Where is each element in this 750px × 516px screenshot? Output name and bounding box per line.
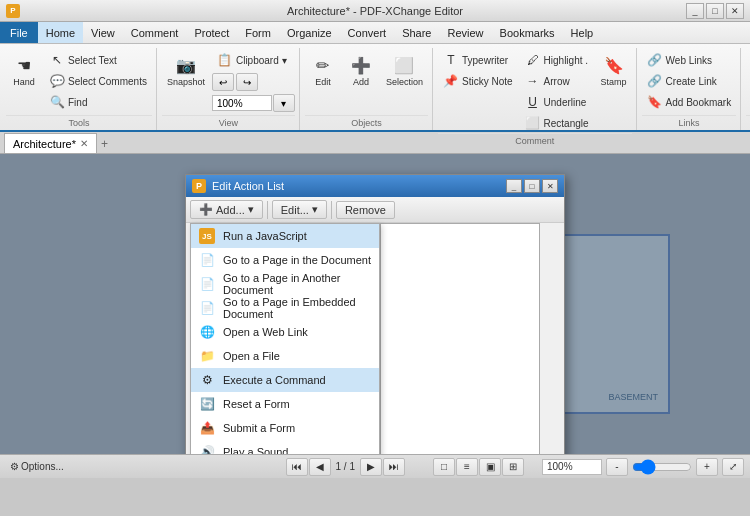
menu-organize[interactable]: Organize [279, 22, 340, 43]
action-execute-command[interactable]: ⚙ Execute a Command [191, 368, 379, 392]
zoom-slider[interactable] [632, 460, 692, 474]
comment-buttons: T Typewriter 📌 Sticky Note 🖊 Highlight .… [438, 48, 632, 133]
zoom-dropdown[interactable]: ▾ [273, 94, 295, 112]
undo-button[interactable]: ↩ [212, 73, 234, 91]
underline-button[interactable]: U Underline [520, 92, 594, 112]
comment-group-label: Comment [438, 133, 632, 148]
two-page-view-button[interactable]: ▣ [479, 458, 501, 476]
rectangle-button[interactable]: ⬜ Rectangle [520, 113, 594, 133]
create-link-button[interactable]: 🔗 Create Link [642, 71, 737, 91]
zoom-out-button[interactable]: - [606, 458, 628, 476]
zoom-input[interactable]: 100% [212, 95, 272, 111]
action-open-web-link-label: Open a Web Link [223, 326, 308, 338]
add-button[interactable]: ➕ Add [343, 50, 379, 90]
last-page-button[interactable]: ⏭ [383, 458, 405, 476]
tab-close-button[interactable]: ✕ [80, 138, 88, 149]
new-tab-button[interactable]: + [97, 135, 112, 153]
menu-form[interactable]: Form [237, 22, 279, 43]
menu-view[interactable]: View [83, 22, 123, 43]
dialog-minimize-button[interactable]: _ [506, 179, 522, 193]
edit-action-button[interactable]: Edit... ▾ [272, 200, 327, 219]
web-links-icon: 🔗 [647, 52, 663, 68]
arrow-button[interactable]: → Arrow [520, 71, 594, 91]
view-group-label: View [162, 115, 295, 130]
zoom-level[interactable]: 100% [542, 459, 602, 475]
snapshot-button[interactable]: 📷 Snapshot [162, 50, 210, 90]
dialog-close-button[interactable]: ✕ [542, 179, 558, 193]
title-bar-controls: _ □ ✕ [686, 3, 744, 19]
action-open-file[interactable]: 📁 Open a File [191, 344, 379, 368]
status-bar: ⚙ Options... ⏮ ◀ 1 / 1 ▶ ⏭ □ ≡ ▣ ⊞ 100% … [0, 454, 750, 478]
two-page-continuous-button[interactable]: ⊞ [502, 458, 524, 476]
action-goto-another-doc[interactable]: 📄 Go to a Page in Another Document [191, 272, 379, 296]
add-action-button[interactable]: ➕ Add... ▾ [190, 200, 263, 219]
select-text-label: Select Text [68, 55, 117, 66]
menu-bookmarks[interactable]: Bookmarks [492, 22, 563, 43]
action-goto-page[interactable]: 📄 Go to a Page in the Document [191, 248, 379, 272]
action-goto-embedded[interactable]: 📄 Go to a Page in Embedded Document [191, 296, 379, 320]
clipboard-icon: 📋 [217, 52, 233, 68]
edit-icon: ✏ [311, 53, 335, 77]
menu-review[interactable]: Review [439, 22, 491, 43]
remove-action-button[interactable]: Remove [336, 201, 395, 219]
options-button[interactable]: ⚙ Options... [6, 461, 68, 472]
select-text-button[interactable]: ↖ Select Text [44, 50, 152, 70]
options-label: Options... [21, 461, 64, 472]
javascript-icon: JS [199, 228, 215, 244]
typewriter-button[interactable]: T Typewriter [438, 50, 518, 70]
close-button[interactable]: ✕ [726, 3, 744, 19]
single-page-view-button[interactable]: □ [433, 458, 455, 476]
stamp-label: Stamp [601, 77, 627, 87]
sticky-note-icon: 📌 [443, 73, 459, 89]
find-icon: 🔍 [49, 94, 65, 110]
action-reset-form[interactable]: 🔄 Reset a Form [191, 392, 379, 416]
find-button[interactable]: 🔍 Find [44, 92, 152, 112]
select-comments-button[interactable]: 💬 Select Comments [44, 71, 152, 91]
maximize-button[interactable]: □ [706, 3, 724, 19]
sign-document-button[interactable]: ✍ Sign Document [746, 50, 750, 90]
goto-embedded-icon: 📄 [199, 300, 215, 316]
action-play-sound[interactable]: 🔊 Play a Sound [191, 440, 379, 454]
clipboard-button[interactable]: 📋 Clipboard ▾ [212, 50, 295, 70]
sticky-note-button[interactable]: 📌 Sticky Note [438, 71, 518, 91]
add-bookmark-icon: 🔖 [647, 94, 663, 110]
fit-window-button[interactable]: ⤢ [722, 458, 744, 476]
objects-buttons: ✏ Edit ➕ Add ⬜ Selection [305, 48, 428, 115]
create-link-label: Create Link [666, 76, 717, 87]
zoom-in-button[interactable]: + [696, 458, 718, 476]
next-page-button[interactable]: ▶ [360, 458, 382, 476]
action-play-sound-label: Play a Sound [223, 446, 288, 454]
dialog-title-text: Edit Action List [212, 180, 284, 192]
view-mode-buttons: □ ≡ ▣ ⊞ [433, 458, 524, 476]
menu-protect[interactable]: Protect [186, 22, 237, 43]
minimize-button[interactable]: _ [686, 3, 704, 19]
first-page-button[interactable]: ⏮ [286, 458, 308, 476]
highlight-label: Highlight . [544, 55, 588, 66]
app-icon: P [6, 4, 20, 18]
stamp-button[interactable]: 🔖 Stamp [596, 50, 632, 90]
menu-home[interactable]: Home [38, 22, 83, 43]
web-links-button[interactable]: 🔗 Web Links [642, 50, 737, 70]
redo-button[interactable]: ↪ [236, 73, 258, 91]
menu-convert[interactable]: Convert [340, 22, 395, 43]
prev-page-button[interactable]: ◀ [309, 458, 331, 476]
add-action-label: Add... [216, 204, 245, 216]
action-open-web-link[interactable]: 🌐 Open a Web Link [191, 320, 379, 344]
selection-button[interactable]: ⬜ Selection [381, 50, 428, 90]
action-execute-command-label: Execute a Command [223, 374, 326, 386]
action-submit-form[interactable]: 📤 Submit a Form [191, 416, 379, 440]
highlight-button[interactable]: 🖊 Highlight . [520, 50, 594, 70]
menu-help[interactable]: Help [563, 22, 602, 43]
add-bookmark-button[interactable]: 🔖 Add Bookmark [642, 92, 737, 112]
menu-comment[interactable]: Comment [123, 22, 187, 43]
continuous-view-button[interactable]: ≡ [456, 458, 478, 476]
links-group-label: Links [642, 115, 737, 130]
doc-tab-architecture[interactable]: Architecture* ✕ [4, 133, 97, 153]
edit-button[interactable]: ✏ Edit [305, 50, 341, 90]
hand-tool-button[interactable]: ☚ Hand [6, 50, 42, 90]
page-info: 1 / 1 [332, 461, 359, 472]
action-run-javascript[interactable]: JS Run a JavaScript [191, 224, 379, 248]
menu-share[interactable]: Share [394, 22, 439, 43]
dialog-restore-button[interactable]: □ [524, 179, 540, 193]
menu-file[interactable]: File [0, 22, 38, 43]
